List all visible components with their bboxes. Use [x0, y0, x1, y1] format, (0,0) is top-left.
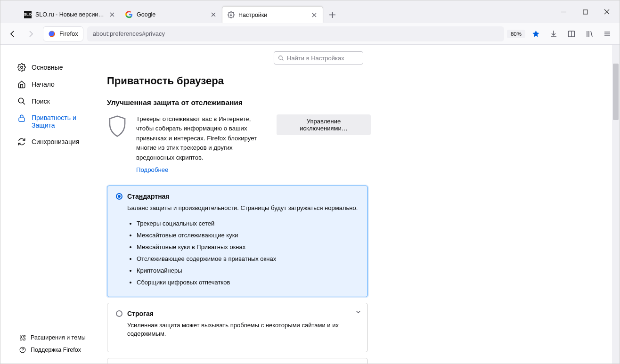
sidebar: Основные Начало Поиск Приватность иЗащит…: [0, 45, 93, 364]
protection-desc: Баланс защиты и производительности. Стра…: [127, 204, 359, 213]
protection-strict[interactable]: Строгая Усиленная защита может вызывать …: [107, 303, 368, 353]
protection-desc: Усиленная защита может вызывать проблемы…: [127, 321, 359, 339]
gear-icon: [227, 11, 235, 19]
protection-standard[interactable]: Стандартная Баланс защиты и производител…: [107, 186, 368, 297]
sidebar-item-label: Поддержка Firefox: [31, 347, 81, 353]
library-icon[interactable]: [582, 26, 597, 41]
radio-standard[interactable]: [116, 193, 122, 200]
zoom-level[interactable]: 80%: [507, 30, 525, 38]
sidebar-item-label: Приватность иЗащита: [32, 114, 76, 129]
tab-title: Настройки: [238, 12, 307, 18]
url-bar[interactable]: about:preferences#privacy: [87, 26, 504, 41]
list-item: Отслеживающее содержимое в приватных окн…: [137, 253, 359, 265]
list-item: Криптомайнеры: [137, 265, 359, 276]
chevron-down-icon[interactable]: [356, 309, 361, 316]
window-controls: [553, 0, 620, 23]
section-title: Улучшенная защита от отслеживания: [107, 98, 620, 107]
main-area: Основные Начало Поиск Приватность иЗащит…: [0, 45, 620, 364]
sidebar-item-label: Начало: [32, 81, 55, 88]
tab-settings[interactable]: Настройки: [222, 6, 323, 23]
reader-view-icon[interactable]: [564, 26, 579, 41]
puzzle-icon: [19, 334, 26, 341]
sidebar-item-home[interactable]: Начало: [0, 76, 93, 93]
downloads-icon[interactable]: [546, 26, 561, 41]
svg-rect-6: [19, 118, 24, 121]
svg-point-8: [279, 56, 283, 59]
sidebar-item-label: Поиск: [32, 97, 50, 105]
tab-bar: SLO SLO.ru - Новые версии популя Google …: [0, 0, 620, 23]
scrollbar-thumb[interactable]: [613, 64, 619, 120]
home-icon: [17, 80, 26, 89]
sidebar-item-privacy[interactable]: Приватность иЗащита: [0, 110, 93, 133]
toolbar: Firefox about:preferences#privacy 80%: [0, 23, 620, 45]
close-window-button[interactable]: [596, 4, 618, 19]
sidebar-item-label: Основные: [32, 64, 63, 71]
sidebar-support[interactable]: Поддержка Firefox: [0, 344, 93, 356]
search-icon: [278, 55, 284, 61]
new-tab-button[interactable]: [325, 8, 339, 22]
settings-search-input[interactable]: Найти в Настройках: [274, 51, 363, 65]
manage-exceptions-button[interactable]: Управление исключениями…: [277, 114, 371, 135]
sidebar-item-label: Расширения и темы: [31, 334, 86, 341]
tab-slo[interactable]: SLO SLO.ru - Новые версии популя: [19, 6, 121, 23]
list-item: Межсайтовые отслеживающие куки: [137, 229, 359, 241]
identity-box[interactable]: Firefox: [43, 26, 83, 41]
close-icon[interactable]: [310, 11, 318, 19]
google-favicon: [125, 11, 133, 18]
protection-label: Строгая: [127, 310, 154, 317]
list-item: Сборщики цифровых отпечатков: [137, 276, 359, 288]
back-button[interactable]: [5, 26, 20, 41]
gear-icon: [17, 63, 26, 72]
sidebar-item-search[interactable]: Поиск: [0, 93, 93, 110]
sync-icon: [17, 138, 26, 146]
url-text: about:preferences#privacy: [93, 30, 165, 37]
svg-point-0: [230, 14, 232, 16]
close-icon[interactable]: [108, 11, 116, 18]
content: Найти в Настройках Приватность браузера …: [93, 45, 620, 364]
sidebar-extensions[interactable]: Расширения и темы: [0, 332, 93, 344]
firefox-logo-icon: [48, 30, 56, 38]
bookmark-star-icon[interactable]: [528, 26, 543, 41]
tab-google[interactable]: Google: [121, 6, 222, 23]
maximize-button[interactable]: [574, 4, 596, 19]
svg-point-4: [21, 66, 23, 69]
identity-label: Firefox: [59, 30, 78, 37]
protection-label: Стандартная: [127, 193, 170, 200]
page-title: Приватность браузера: [107, 75, 620, 87]
sidebar-item-sync[interactable]: Синхронизация: [0, 133, 93, 150]
forward-button[interactable]: [23, 26, 38, 41]
search-icon: [17, 97, 26, 105]
learn-more-link[interactable]: Подробнее: [136, 165, 168, 175]
search-placeholder: Найти в Настройках: [287, 55, 344, 62]
protection-custom[interactable]: Персональная Выберите, какие трекеры и с…: [107, 358, 368, 364]
svg-point-5: [18, 98, 24, 103]
tab-title: SLO.ru - Новые версии популя: [35, 11, 105, 18]
protection-list: Трекеры социальных сетей Межсайтовые отс…: [137, 218, 359, 288]
svg-rect-1: [583, 10, 587, 14]
list-item: Трекеры социальных сетей: [137, 218, 359, 229]
app-menu-icon[interactable]: [600, 26, 615, 41]
sidebar-item-label: Синхронизация: [32, 138, 79, 146]
shield-icon: [107, 114, 128, 136]
sidebar-item-general[interactable]: Основные: [0, 59, 93, 76]
minimize-button[interactable]: [553, 4, 574, 19]
slo-favicon: SLO: [24, 11, 32, 18]
tab-title: Google: [137, 11, 206, 18]
help-icon: [19, 347, 26, 353]
scrollbar[interactable]: [612, 45, 620, 364]
list-item: Межсайтовые куки в Приватных окнах: [137, 241, 359, 253]
radio-strict[interactable]: [116, 310, 122, 317]
close-icon[interactable]: [210, 11, 217, 18]
etp-description: Трекеры отслеживают вас в Интернете, что…: [136, 114, 268, 175]
lock-icon: [17, 114, 26, 122]
